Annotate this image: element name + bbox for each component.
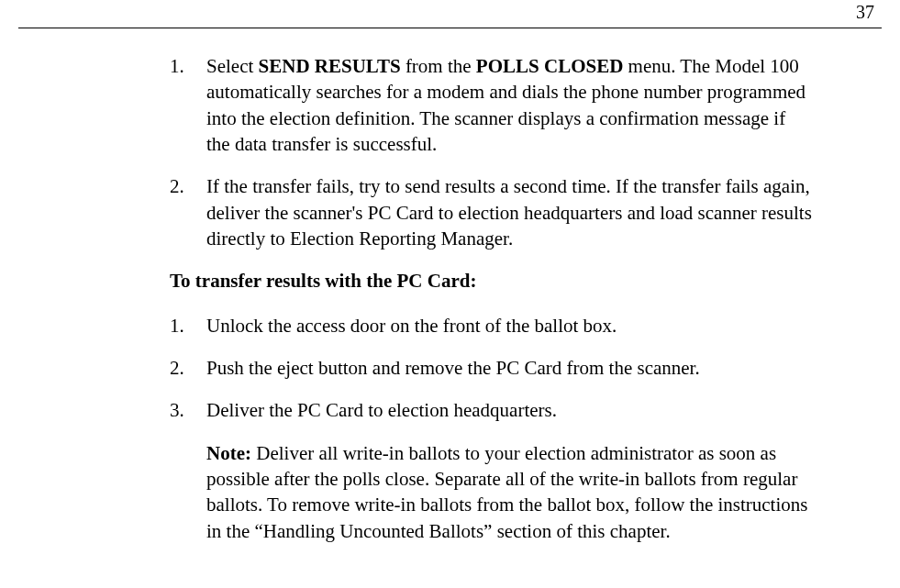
list-body: If the transfer fails, try to send resul… (206, 173, 812, 251)
list-number: 2. (170, 355, 206, 381)
text-run: from the (401, 55, 476, 77)
horizontal-rule (18, 28, 882, 28)
list-item: 1. Select SEND RESULTS from the POLLS CL… (170, 53, 812, 157)
section-heading: To transfer results with the PC Card: (170, 268, 812, 294)
page-number: 37 (856, 2, 874, 23)
note-block: Note: Deliver all write-in ballots to yo… (206, 440, 812, 544)
list-number: 2. (170, 173, 206, 251)
text-bold: POLLS CLOSED (476, 55, 623, 77)
list-number: 1. (170, 53, 206, 157)
list-number: 1. (170, 313, 206, 338)
list-body: Deliver the PC Card to election headquar… (206, 397, 812, 423)
list-item: 2. If the transfer fails, try to send re… (170, 173, 812, 251)
note-body: Deliver all write-in ballots to your ele… (206, 442, 807, 542)
text-run: Select (206, 55, 259, 77)
body-content: 1. Select SEND RESULTS from the POLLS CL… (170, 53, 812, 544)
list-body: Select SEND RESULTS from the POLLS CLOSE… (206, 53, 812, 157)
list-item: 1. Unlock the access door on the front o… (170, 313, 812, 338)
list-item: 3. Deliver the PC Card to election headq… (170, 397, 812, 423)
page: 37 1. Select SEND RESULTS from the POLLS… (0, 0, 900, 588)
list-body: Push the eject button and remove the PC … (206, 355, 812, 381)
list-item: 2. Push the eject button and remove the … (170, 355, 812, 381)
note-label: Note: (206, 442, 251, 464)
text-bold: SEND RESULTS (259, 55, 401, 77)
list-body: Unlock the access door on the front of t… (206, 313, 812, 338)
list-number: 3. (170, 397, 206, 423)
